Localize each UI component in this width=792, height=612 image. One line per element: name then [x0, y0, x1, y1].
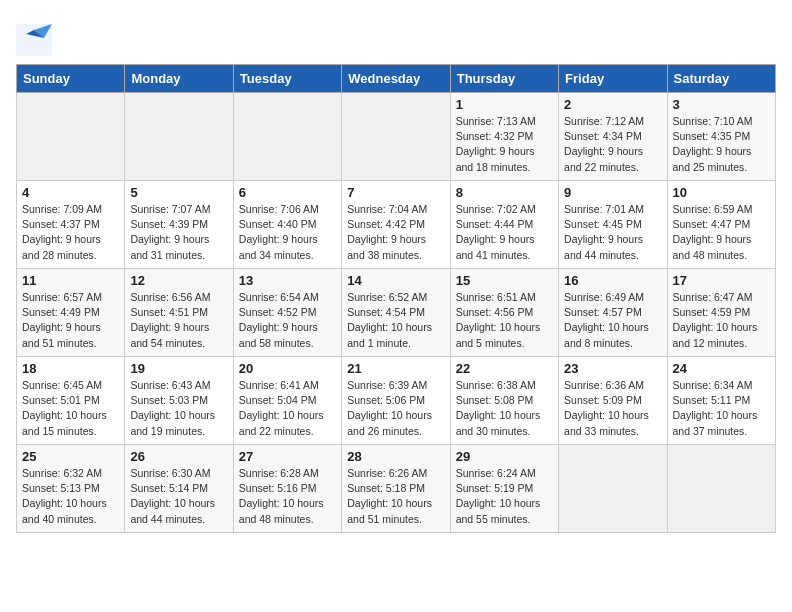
calendar-cell: 25Sunrise: 6:32 AM Sunset: 5:13 PM Dayli…: [17, 445, 125, 533]
day-number: 18: [22, 361, 119, 376]
day-info: Sunrise: 7:06 AM Sunset: 4:40 PM Dayligh…: [239, 202, 336, 263]
calendar-cell: 9Sunrise: 7:01 AM Sunset: 4:45 PM Daylig…: [559, 181, 667, 269]
weekday-header-row: SundayMondayTuesdayWednesdayThursdayFrid…: [17, 65, 776, 93]
calendar-cell: 18Sunrise: 6:45 AM Sunset: 5:01 PM Dayli…: [17, 357, 125, 445]
calendar-cell: 2Sunrise: 7:12 AM Sunset: 4:34 PM Daylig…: [559, 93, 667, 181]
day-number: 24: [673, 361, 770, 376]
day-info: Sunrise: 7:12 AM Sunset: 4:34 PM Dayligh…: [564, 114, 661, 175]
day-info: Sunrise: 6:34 AM Sunset: 5:11 PM Dayligh…: [673, 378, 770, 439]
calendar-cell: 13Sunrise: 6:54 AM Sunset: 4:52 PM Dayli…: [233, 269, 341, 357]
day-info: Sunrise: 6:51 AM Sunset: 4:56 PM Dayligh…: [456, 290, 553, 351]
day-number: 5: [130, 185, 227, 200]
calendar-cell: [17, 93, 125, 181]
day-number: 8: [456, 185, 553, 200]
day-info: Sunrise: 6:52 AM Sunset: 4:54 PM Dayligh…: [347, 290, 444, 351]
calendar-cell: 21Sunrise: 6:39 AM Sunset: 5:06 PM Dayli…: [342, 357, 450, 445]
calendar-cell: 17Sunrise: 6:47 AM Sunset: 4:59 PM Dayli…: [667, 269, 775, 357]
day-number: 27: [239, 449, 336, 464]
calendar-week-row: 11Sunrise: 6:57 AM Sunset: 4:49 PM Dayli…: [17, 269, 776, 357]
calendar-week-row: 1Sunrise: 7:13 AM Sunset: 4:32 PM Daylig…: [17, 93, 776, 181]
calendar-cell: 28Sunrise: 6:26 AM Sunset: 5:18 PM Dayli…: [342, 445, 450, 533]
day-number: 11: [22, 273, 119, 288]
calendar-cell: 20Sunrise: 6:41 AM Sunset: 5:04 PM Dayli…: [233, 357, 341, 445]
day-info: Sunrise: 6:36 AM Sunset: 5:09 PM Dayligh…: [564, 378, 661, 439]
weekday-header-friday: Friday: [559, 65, 667, 93]
calendar-week-row: 4Sunrise: 7:09 AM Sunset: 4:37 PM Daylig…: [17, 181, 776, 269]
general-blue-logo-icon: [16, 24, 52, 56]
weekday-header-thursday: Thursday: [450, 65, 558, 93]
day-info: Sunrise: 6:56 AM Sunset: 4:51 PM Dayligh…: [130, 290, 227, 351]
day-number: 16: [564, 273, 661, 288]
day-info: Sunrise: 7:04 AM Sunset: 4:42 PM Dayligh…: [347, 202, 444, 263]
calendar-cell: 16Sunrise: 6:49 AM Sunset: 4:57 PM Dayli…: [559, 269, 667, 357]
calendar-cell: 12Sunrise: 6:56 AM Sunset: 4:51 PM Dayli…: [125, 269, 233, 357]
day-number: 17: [673, 273, 770, 288]
day-info: Sunrise: 6:54 AM Sunset: 4:52 PM Dayligh…: [239, 290, 336, 351]
day-info: Sunrise: 7:07 AM Sunset: 4:39 PM Dayligh…: [130, 202, 227, 263]
calendar-cell: [342, 93, 450, 181]
weekday-header-saturday: Saturday: [667, 65, 775, 93]
calendar-cell: 14Sunrise: 6:52 AM Sunset: 4:54 PM Dayli…: [342, 269, 450, 357]
day-info: Sunrise: 6:59 AM Sunset: 4:47 PM Dayligh…: [673, 202, 770, 263]
day-info: Sunrise: 7:13 AM Sunset: 4:32 PM Dayligh…: [456, 114, 553, 175]
calendar-cell: 22Sunrise: 6:38 AM Sunset: 5:08 PM Dayli…: [450, 357, 558, 445]
day-number: 22: [456, 361, 553, 376]
calendar-week-row: 18Sunrise: 6:45 AM Sunset: 5:01 PM Dayli…: [17, 357, 776, 445]
calendar-cell: 11Sunrise: 6:57 AM Sunset: 4:49 PM Dayli…: [17, 269, 125, 357]
calendar-cell: [233, 93, 341, 181]
day-number: 29: [456, 449, 553, 464]
day-info: Sunrise: 6:45 AM Sunset: 5:01 PM Dayligh…: [22, 378, 119, 439]
day-number: 2: [564, 97, 661, 112]
day-info: Sunrise: 7:01 AM Sunset: 4:45 PM Dayligh…: [564, 202, 661, 263]
day-info: Sunrise: 6:43 AM Sunset: 5:03 PM Dayligh…: [130, 378, 227, 439]
calendar-cell: 26Sunrise: 6:30 AM Sunset: 5:14 PM Dayli…: [125, 445, 233, 533]
day-info: Sunrise: 6:47 AM Sunset: 4:59 PM Dayligh…: [673, 290, 770, 351]
calendar-cell: 7Sunrise: 7:04 AM Sunset: 4:42 PM Daylig…: [342, 181, 450, 269]
calendar-cell: 27Sunrise: 6:28 AM Sunset: 5:16 PM Dayli…: [233, 445, 341, 533]
day-number: 19: [130, 361, 227, 376]
day-number: 12: [130, 273, 227, 288]
day-number: 26: [130, 449, 227, 464]
calendar-cell: 15Sunrise: 6:51 AM Sunset: 4:56 PM Dayli…: [450, 269, 558, 357]
calendar-table: SundayMondayTuesdayWednesdayThursdayFrid…: [16, 64, 776, 533]
day-info: Sunrise: 6:26 AM Sunset: 5:18 PM Dayligh…: [347, 466, 444, 527]
day-number: 25: [22, 449, 119, 464]
day-info: Sunrise: 7:10 AM Sunset: 4:35 PM Dayligh…: [673, 114, 770, 175]
day-info: Sunrise: 6:30 AM Sunset: 5:14 PM Dayligh…: [130, 466, 227, 527]
day-number: 15: [456, 273, 553, 288]
weekday-header-tuesday: Tuesday: [233, 65, 341, 93]
day-number: 1: [456, 97, 553, 112]
calendar-cell: 4Sunrise: 7:09 AM Sunset: 4:37 PM Daylig…: [17, 181, 125, 269]
day-info: Sunrise: 6:57 AM Sunset: 4:49 PM Dayligh…: [22, 290, 119, 351]
day-info: Sunrise: 6:49 AM Sunset: 4:57 PM Dayligh…: [564, 290, 661, 351]
calendar-week-row: 25Sunrise: 6:32 AM Sunset: 5:13 PM Dayli…: [17, 445, 776, 533]
day-info: Sunrise: 6:39 AM Sunset: 5:06 PM Dayligh…: [347, 378, 444, 439]
weekday-header-sunday: Sunday: [17, 65, 125, 93]
day-info: Sunrise: 7:02 AM Sunset: 4:44 PM Dayligh…: [456, 202, 553, 263]
day-number: 9: [564, 185, 661, 200]
day-number: 28: [347, 449, 444, 464]
calendar-cell: 29Sunrise: 6:24 AM Sunset: 5:19 PM Dayli…: [450, 445, 558, 533]
calendar-cell: 1Sunrise: 7:13 AM Sunset: 4:32 PM Daylig…: [450, 93, 558, 181]
day-info: Sunrise: 6:28 AM Sunset: 5:16 PM Dayligh…: [239, 466, 336, 527]
calendar-cell: 5Sunrise: 7:07 AM Sunset: 4:39 PM Daylig…: [125, 181, 233, 269]
day-number: 10: [673, 185, 770, 200]
calendar-cell: [125, 93, 233, 181]
day-info: Sunrise: 6:32 AM Sunset: 5:13 PM Dayligh…: [22, 466, 119, 527]
calendar-cell: [559, 445, 667, 533]
day-number: 23: [564, 361, 661, 376]
calendar-cell: 19Sunrise: 6:43 AM Sunset: 5:03 PM Dayli…: [125, 357, 233, 445]
calendar-cell: 10Sunrise: 6:59 AM Sunset: 4:47 PM Dayli…: [667, 181, 775, 269]
day-number: 14: [347, 273, 444, 288]
day-info: Sunrise: 6:38 AM Sunset: 5:08 PM Dayligh…: [456, 378, 553, 439]
calendar-cell: 6Sunrise: 7:06 AM Sunset: 4:40 PM Daylig…: [233, 181, 341, 269]
day-number: 4: [22, 185, 119, 200]
day-number: 3: [673, 97, 770, 112]
day-info: Sunrise: 7:09 AM Sunset: 4:37 PM Dayligh…: [22, 202, 119, 263]
day-number: 13: [239, 273, 336, 288]
calendar-cell: 8Sunrise: 7:02 AM Sunset: 4:44 PM Daylig…: [450, 181, 558, 269]
calendar-cell: 24Sunrise: 6:34 AM Sunset: 5:11 PM Dayli…: [667, 357, 775, 445]
calendar-cell: [667, 445, 775, 533]
weekday-header-monday: Monday: [125, 65, 233, 93]
calendar-cell: 23Sunrise: 6:36 AM Sunset: 5:09 PM Dayli…: [559, 357, 667, 445]
